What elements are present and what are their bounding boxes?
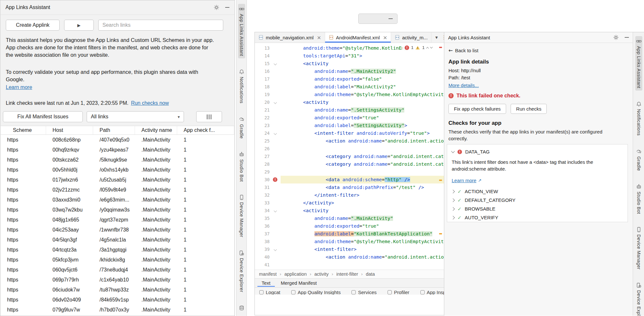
close-icon[interactable]: × <box>317 35 321 41</box>
bottom-tool-item[interactable]: App Quality Insights <box>291 290 341 295</box>
code-line[interactable]: 36 android:exported="true" <box>255 222 444 230</box>
strip-tab-gradle[interactable]: Gradle <box>238 114 245 141</box>
next-issue-icon[interactable] <box>430 45 433 48</box>
table-row[interactable]: https079g9luv7w/h7bd07ox3y.MainActivity1 <box>1 305 234 315</box>
strip-tab-database[interactable] <box>239 305 245 312</box>
code-line[interactable]: 41 <box>255 261 444 269</box>
strip-tab-device-manager[interactable]: Device Manager <box>238 192 245 240</box>
code-line[interactable]: 33 </activity> <box>255 199 444 207</box>
check-row[interactable]: ✓AUTO_VERIFY <box>447 213 628 222</box>
table-row[interactable]: https04r5lqn3gf/4g5nalc1la.MainActivity1 <box>1 235 234 245</box>
fold-icon[interactable] <box>274 62 277 65</box>
strip-tab-gradle[interactable]: Gradle <box>635 146 642 173</box>
code-line[interactable]: 20 <activity <box>255 98 444 106</box>
table-row[interactable]: https00hq9zrkqv/yzu4kpeas7.MainActivity1 <box>1 145 234 155</box>
code-line[interactable]: 40 <action android:name="android.intent.… <box>255 253 444 261</box>
table-row[interactable]: https03axxd3mi0/e6g63mim....MainActivity… <box>1 195 234 205</box>
table-row[interactable]: https04ic253aay/1wwnfbr738.MainActivity1 <box>1 225 234 235</box>
breadcrumb-item[interactable]: activity <box>314 272 329 277</box>
strip-tab-device-explorer[interactable]: Device Explorer <box>635 280 642 316</box>
learn-more-link[interactable]: Learn more <box>6 84 32 90</box>
check-row[interactable]: ✓BROWSABLE <box>447 204 628 213</box>
column-header-app-check[interactable]: App check f... <box>177 126 234 134</box>
column-header-host[interactable]: Host <box>46 126 93 134</box>
bottom-tool-item[interactable]: App Inspection <box>420 290 444 295</box>
code-line[interactable]: 21 android:name=".SettingsActivity" <box>255 106 444 114</box>
table-row[interactable]: https04rtcqtz3a/3a1hgptqgi.MainActivity1 <box>1 245 234 255</box>
column-header-scheme[interactable]: Scheme <box>1 126 46 134</box>
gear-icon[interactable] <box>613 35 619 40</box>
hidden-tabs-chevron-icon[interactable]: ▾ <box>435 35 438 40</box>
check-row[interactable]: ✓ACTION_VIEW <box>447 187 628 196</box>
strip-tab-app-links-assistant[interactable]: App Links Assistant <box>635 36 642 91</box>
minimize-icon[interactable] <box>225 7 229 8</box>
strip-tab-app-links-assistant[interactable]: App Links Assistant <box>238 4 245 58</box>
table-row[interactable]: https06dv02o409/84k659v1sp.MainActivity1 <box>1 295 234 305</box>
code-line[interactable]: 25 <action android:name="android.intent.… <box>255 137 444 145</box>
code-line[interactable]: 38 android:theme="@style/Theme.KotlinEmp… <box>255 238 444 245</box>
code-line[interactable]: 22 android:exported="true" <box>255 114 444 122</box>
fold-icon[interactable] <box>274 132 277 135</box>
code-line[interactable]: 34 <activity <box>255 207 444 214</box>
learn-more-link[interactable]: Learn more <box>452 178 476 183</box>
table-row[interactable]: https017jwlxzn6/u5t2usab5j.MainActivity1 <box>1 175 234 185</box>
tab-text[interactable]: Text <box>257 279 275 287</box>
fold-icon[interactable] <box>274 209 277 212</box>
bottom-tool-item[interactable]: Services <box>351 290 377 295</box>
strip-tab-studio-bot[interactable]: Studio Bot <box>635 182 642 216</box>
code-line[interactable]: 17 android:exported="false" <box>255 75 444 83</box>
tab-merged-manifest[interactable]: Merged Manifest <box>277 279 321 287</box>
code-editor[interactable]: 13 android:theme="@style/Theme.KotlinEmp… <box>255 43 444 270</box>
code-line[interactable]: 28 <category android:name="android.inten… <box>255 160 444 168</box>
check-row-data-tag[interactable]: DATA_TAG <box>447 144 628 154</box>
table-row[interactable]: https06ciudok7w/tu87hwp33z.MainActivity1 <box>1 285 234 295</box>
table-row[interactable]: https00tskcza62/5lknugk9se.MainActivity1 <box>1 155 234 165</box>
strip-tab-notifications[interactable]: Notifications <box>238 67 245 106</box>
run-link-checks-button[interactable]: ▶ <box>64 20 94 31</box>
breadcrumb-item[interactable]: application <box>284 272 307 277</box>
code-line[interactable]: 29 <box>255 168 444 176</box>
table-row[interactable]: https060qv5jct6/73ne8udqj4.MainActivity1 <box>1 265 234 275</box>
column-header-path[interactable]: Path <box>93 126 135 134</box>
fold-icon[interactable] <box>274 101 277 104</box>
tab-android-manifest-xml[interactable]: AndroidManifest.xml × <box>325 32 391 43</box>
run-checks-now-link[interactable]: Run checks now <box>131 100 169 106</box>
code-line[interactable]: 24 <intent-filter android:autoVerify="tr… <box>255 129 444 137</box>
minimize-icon[interactable] <box>625 37 629 38</box>
inspections-widget[interactable]: 1 1 <box>402 44 435 51</box>
close-icon[interactable]: × <box>383 35 387 41</box>
code-line[interactable]: 23 android:label="SettingsActivity"> <box>255 122 444 129</box>
code-line[interactable]: 26 <box>255 145 444 153</box>
table-row[interactable]: https00v5hhld0j/o0xhs14ykb.MainActivity1 <box>1 165 234 175</box>
table-row[interactable]: https05kfcp3jvm/khidckix8g.MainActivity1 <box>1 255 234 265</box>
table-row[interactable]: https048jg1x665/qgrt37ezpm.MainActivity1 <box>1 215 234 225</box>
code-line[interactable]: 27 <category android:name="android.inten… <box>255 153 444 160</box>
code-line[interactable]: 19 android:theme="@style/Theme.KotlinEmp… <box>255 91 444 98</box>
fold-icon[interactable] <box>274 248 277 251</box>
code-line[interactable]: 15 <activity <box>255 60 444 67</box>
code-line[interactable]: 32 </intent-filter> <box>255 191 444 199</box>
table-row[interactable]: https03wq7w2kbu/y0qqimaw3s.MainActivity1 <box>1 205 234 215</box>
more-details-link[interactable]: More details... <box>448 83 479 88</box>
breadcrumb-item[interactable]: manifest <box>259 272 277 277</box>
table-row[interactable]: https008c6z68np/407e09q5x0.MainActivity1 <box>1 135 234 145</box>
strip-tab-device-explorer[interactable]: Device Explorer <box>238 248 245 294</box>
tab-mobile-navigation-xml[interactable]: mobile_navigation.xml × <box>255 32 325 43</box>
strip-tab-device-manager[interactable]: Device Manager <box>635 224 642 272</box>
bottom-tool-item[interactable]: Logcat <box>259 290 280 295</box>
breadcrumb-item[interactable]: intent-filter <box>336 272 358 277</box>
back-to-list-link[interactable]: ← Back to list <box>448 47 478 54</box>
previous-issue-icon[interactable] <box>426 47 429 49</box>
code-line[interactable]: 39 <intent-filter> <box>255 245 444 253</box>
code-line[interactable]: 35 android:name=".MainActivity" <box>255 214 444 222</box>
tab-activity-layout-xml[interactable]: activity_m... <box>391 32 431 43</box>
fix-app-check-failures-button[interactable]: Fix app check failures <box>448 104 506 114</box>
links-filter-dropdown[interactable]: All links ▾ <box>87 111 184 122</box>
strip-tab-notifications[interactable]: Notifications <box>635 99 642 138</box>
fix-all-manifest-issues-button[interactable]: Fix All Manifest Issues <box>3 111 83 122</box>
search-links-input[interactable] <box>98 20 223 31</box>
gear-icon[interactable] <box>214 5 219 10</box>
configure-columns-button[interactable] <box>196 111 222 122</box>
strip-tab-studio-bot[interactable]: Studio Bot <box>238 149 245 184</box>
create-applink-button[interactable]: Create Applink <box>6 20 60 31</box>
